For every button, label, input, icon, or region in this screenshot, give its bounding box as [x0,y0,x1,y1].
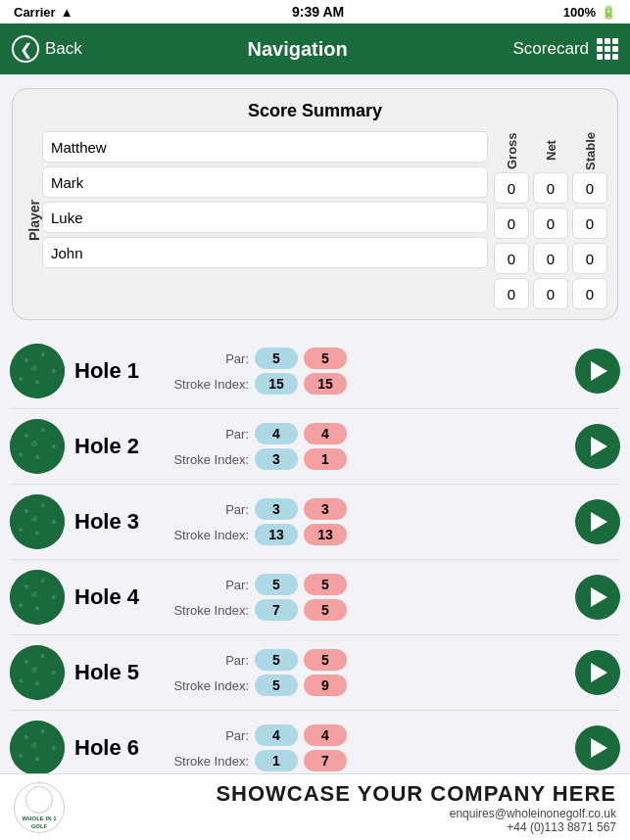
hole-stats-1: Par: 5 5 Stroke Index: 15 15 [172,348,565,395]
status-left: Carrier ▲ [14,5,73,20]
net-matthew: 0 [533,172,568,204]
stable-john: 0 [572,278,607,309]
golf-ball-pattern-1 [10,344,65,398]
hole-stats-3: Par: 3 3 Stroke Index: 13 13 [172,498,565,545]
par-row-5: Par: 5 5 [172,649,565,671]
par-row-6: Par: 4 4 [172,724,565,746]
holes-list: Hole 1 Par: 5 5 Stroke Index: 15 15 [0,334,630,786]
stable-luke: 0 [572,243,607,274]
par-blue-4: 5 [255,574,298,595]
scorecard-label: Scorecard [513,39,589,59]
score-summary: Score Summary Player Gross 0 0 0 0 Net [12,88,618,320]
hole-stats-2: Par: 4 4 Stroke Index: 3 1 [172,423,565,470]
nav-bar: ❮ Back Navigation Scorecard [0,23,630,74]
player-column-label: Player [23,131,42,309]
golf-ball-icon-6 [10,721,65,775]
golf-ball-icon-3 [10,494,65,549]
back-label: Back [45,39,82,59]
net-header: Net [544,131,558,170]
score-summary-title: Score Summary [23,101,607,121]
play-button-5[interactable] [575,650,620,695]
si-label-1: Stroke Index: [172,377,249,392]
hole-name-3: Hole 3 [74,509,163,535]
play-button-1[interactable] [575,349,620,394]
par-label-1: Par: [172,351,249,366]
par-blue-1: 5 [255,348,298,369]
play-button-2[interactable] [575,424,620,469]
golf-ball-pattern-4 [10,570,65,625]
si-row-3: Stroke Index: 13 13 [172,524,565,545]
si-blue-4: 7 [255,599,298,621]
hole-stats-4: Par: 5 5 Stroke Index: 7 5 [172,574,565,621]
stable-column: Stable 0 0 0 0 [572,131,607,309]
golf-ball-pattern-6 [10,721,65,775]
play-triangle-icon-4 [591,587,607,607]
carrier-text: Carrier [14,5,56,20]
back-chevron-icon: ❮ [12,35,39,63]
golf-ball-icon-1 [10,344,65,398]
si-label-3: Stroke Index: [172,528,249,542]
player-input-mark[interactable] [42,166,488,198]
scorecard-button[interactable]: Scorecard [513,38,618,60]
si-blue-2: 3 [255,448,298,470]
footer: WHOLE IN 1GOLF SHOWCASE YOUR COMPANY HER… [0,773,630,840]
par-label-5: Par: [172,653,249,668]
status-bar: Carrier ▲ 9:39 AM 100% 🔋 [0,0,630,23]
golf-ball-icon-5 [10,645,65,700]
par-row-1: Par: 5 5 [172,348,565,369]
par-row-3: Par: 3 3 [172,498,565,520]
status-time: 9:39 AM [292,4,344,20]
si-row-6: Stroke Index: 1 7 [172,750,565,771]
play-button-3[interactable] [575,499,620,544]
play-triangle-icon-5 [591,663,607,682]
par-blue-5: 5 [255,649,298,671]
players-column [42,131,488,309]
si-pink-1: 15 [304,373,347,395]
back-button[interactable]: ❮ Back [12,35,82,63]
nav-title: Navigation [248,38,348,61]
gross-column: Gross 0 0 0 0 [494,131,529,309]
par-pink-6: 4 [304,724,347,746]
par-row-2: Par: 4 4 [172,423,565,444]
player-input-john[interactable] [42,237,488,268]
si-row-4: Stroke Index: 7 5 [172,599,565,621]
par-label-4: Par: [172,578,249,592]
par-pink-1: 5 [304,348,347,369]
net-mark: 0 [533,208,568,239]
hole-name-4: Hole 4 [74,584,163,610]
footer-text-block: SHOWCASE YOUR COMPANY HERE enquires@whol… [65,781,616,834]
si-label-5: Stroke Index: [172,678,249,693]
play-triangle-icon-3 [591,512,607,532]
stable-cells: 0 0 0 0 [572,172,607,309]
hole-stats-5: Par: 5 5 Stroke Index: 5 9 [172,649,565,696]
gross-matthew: 0 [494,172,529,204]
play-button-4[interactable] [575,575,620,620]
golf-ball-icon-4 [10,570,65,625]
hole-name-1: Hole 1 [74,358,163,384]
golf-ball-pattern-5 [10,645,65,700]
si-blue-5: 5 [255,675,298,696]
hole-row-2: Hole 2 Par: 4 4 Stroke Index: 3 1 [10,409,620,485]
status-right: 100% 🔋 [563,5,616,20]
wifi-icon: ▲ [61,5,73,20]
par-label-2: Par: [172,427,249,442]
player-input-luke[interactable] [42,202,488,233]
hole-row-1: Hole 1 Par: 5 5 Stroke Index: 15 15 [10,334,620,409]
si-label-2: Stroke Index: [172,452,249,467]
grid-icon [597,38,618,60]
par-pink-5: 5 [304,649,347,671]
stable-mark: 0 [572,208,607,239]
si-pink-6: 7 [304,750,347,771]
si-blue-3: 13 [255,524,298,545]
play-button-6[interactable] [575,725,620,770]
par-blue-3: 3 [255,498,298,520]
par-blue-2: 4 [255,423,298,444]
net-column: Net 0 0 0 0 [533,131,568,309]
gross-mark: 0 [494,208,529,239]
player-input-matthew[interactable] [42,131,488,163]
par-blue-6: 4 [255,724,298,746]
footer-email: enquires@wholeinonegolf.co.uk [65,807,616,820]
par-label-3: Par: [172,502,249,517]
hole-row-4: Hole 4 Par: 5 5 Stroke Index: 7 5 [10,560,620,635]
scores-wrapper: Gross 0 0 0 0 Net 0 0 0 0 [494,131,607,309]
